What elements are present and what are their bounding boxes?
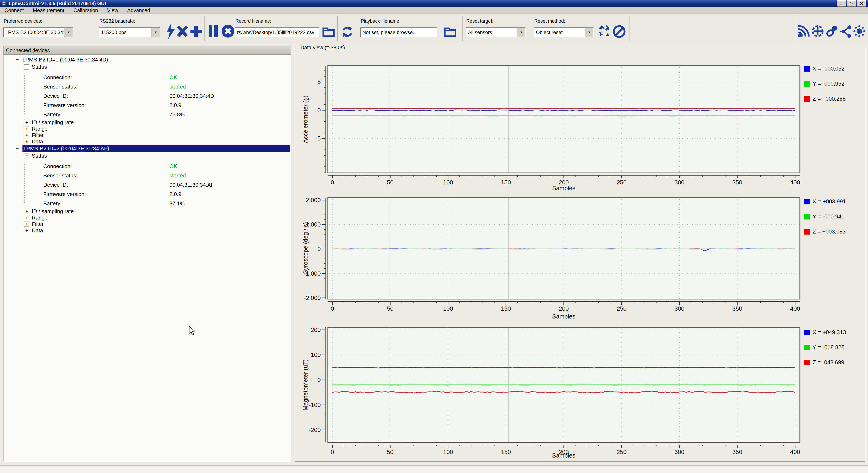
svg-text:300: 300 [675,305,684,312]
field-value: OK [169,163,177,170]
svg-text:400: 400 [790,305,800,312]
svg-text:100: 100 [311,352,321,358]
orientation-target-icon[interactable] [811,25,824,38]
connect-icon[interactable] [165,23,177,39]
svg-text:200: 200 [559,305,569,312]
tree-field-firmware: Firmware version: 2.0.9 [3,101,291,110]
legend-swatch-green [804,345,810,350]
preferred-devices-select[interactable]: LPMS-B2 (00:04:3E:30:34:AF) ▼ [3,27,73,37]
baudrate-value: 115200 bps [99,29,152,35]
dropdown-arrow-icon[interactable]: ▼ [585,28,593,37]
restore-button[interactable] [847,0,856,7]
tree-field-battery: Battery: 87.1% [3,199,291,208]
field-value: 87.1% [169,200,185,207]
legend-swatch-red [804,229,810,235]
menu-item-view[interactable]: View [103,7,123,13]
tree-group-sampling[interactable]: + ID / sampling rate [3,208,291,214]
stop-record-icon[interactable] [221,24,235,38]
cancel-icon[interactable] [613,25,626,38]
expand-box-icon[interactable]: + [24,126,29,131]
tree-item-status[interactable]: − Status [3,63,291,70]
field-label: Battery: [43,111,62,118]
reset-method-select[interactable]: Object reset ▼ [534,27,594,37]
svg-text:250: 250 [617,449,626,455]
svg-text:-200: -200 [309,426,321,433]
svg-text:2,000: 2,000 [306,197,321,203]
magnetometer-axis-label: Magnetometer (uT) [302,359,309,411]
field-value: started [169,173,186,179]
toolbar-separator [795,16,795,41]
field-label: Sensor status: [43,173,78,179]
menu-item-measurement[interactable]: Measurement [28,7,69,13]
collapse-box-icon[interactable]: − [15,57,20,62]
playback-filename-value: Not set, please browse.. [361,29,437,35]
reset-method-label: Reset method: [534,18,565,24]
tree-item-device-2-selected[interactable]: − LPMS-B2 ID=2 (00:04:3E:30:34:AF) [3,145,291,152]
field-value: OK [169,74,177,81]
tree-item-device-1[interactable]: − LPMS-B2 ID=1 (00:04:3E:30:34:4D) [3,56,291,63]
menu-item-connect[interactable]: Connect [0,7,28,13]
expand-box-icon[interactable]: + [24,132,29,138]
expand-box-icon[interactable]: + [24,221,29,227]
data-view-title: Data view (t: 38.0s) [299,45,347,51]
legend-text: Y = -018.825 [812,344,844,351]
tree-group-filter[interactable]: + Filter [3,132,291,139]
tree-group-data[interactable]: + Data [3,139,291,145]
toolbar-separator [337,16,338,41]
pause-icon[interactable] [208,24,219,38]
playback-filename-input[interactable]: Not set, please browse.. [360,27,437,37]
expand-box-icon[interactable]: + [24,139,29,144]
field-value: 2.0.9 [169,191,181,198]
dropdown-arrow-icon[interactable]: ▼ [152,28,159,37]
disconnect-icon[interactable] [177,25,188,37]
reset-target-select[interactable]: All sensors ▼ [466,27,526,37]
expand-box-icon[interactable]: + [24,215,29,220]
expand-box-icon[interactable]: + [24,120,29,125]
expand-box-icon[interactable]: + [24,228,29,233]
tree-group-data[interactable]: + Data [3,227,291,234]
link-sensor-icon[interactable] [826,25,838,38]
collapse-box-icon[interactable]: − [24,153,29,158]
svg-text:200: 200 [311,327,321,333]
svg-text:250: 250 [617,179,626,186]
center-reset-icon[interactable] [598,25,611,38]
minimize-button[interactable] [837,0,846,7]
svg-text:250: 250 [617,305,626,312]
record-filename-input[interactable]: rs/whs/Desktop/1.35lili2019222.csv [235,27,319,37]
tree-group-range[interactable]: + Range [3,126,291,132]
legend-swatch-blue [804,66,810,71]
group-label: ID / sampling rate [32,119,74,126]
samples-axis-label: Samples [552,452,576,459]
share-data-icon[interactable] [840,25,852,38]
replay-icon[interactable] [341,25,354,38]
svg-text:-2,000: -2,000 [304,295,321,301]
svg-text:300: 300 [675,179,684,186]
dropdown-arrow-icon[interactable]: ▼ [517,28,525,37]
legend-entry-x: X = -000.032 [804,66,844,72]
magnetometer-chart: 2001000-100-200050100150200250300350400 [295,321,802,459]
tree-group-range[interactable]: + Range [3,214,291,221]
playback-filename-label: Playback filename: [361,18,401,24]
add-device-icon[interactable] [190,25,202,37]
close-button[interactable] [857,0,866,7]
playback-browse-folder-icon[interactable] [443,25,457,38]
tree-item-status[interactable]: − Status [3,152,291,159]
menu-item-calibration[interactable]: Calibration [69,7,103,13]
wireless-icon[interactable] [797,25,810,38]
menu-item-advanced[interactable]: Advanced [123,7,155,13]
dropdown-arrow-icon[interactable]: ▼ [64,28,72,37]
collapse-box-icon[interactable]: − [24,64,29,69]
tree-field-device-id: Device ID: 00:04:3E:30:34:4D [3,91,291,101]
legend-text: X = -000.032 [812,66,844,72]
toolbar-separator [462,16,463,41]
legend-entry-x: X = +003.991 [804,199,846,205]
tree-group-sampling[interactable]: + ID / sampling rate [3,119,291,126]
record-browse-folder-icon[interactable] [322,25,335,38]
expand-box-icon[interactable]: + [24,209,29,214]
connected-devices-header: Connected devices [3,46,291,55]
window-title: LpmsControl-V1.3.5 (Build 20170518) GUI [9,1,106,6]
baudrate-select[interactable]: 115200 bps ▼ [99,27,160,37]
tree-group-filter[interactable]: + Filter [3,221,291,227]
brightness-icon[interactable] [853,25,866,38]
collapse-box-icon[interactable]: − [15,146,20,151]
